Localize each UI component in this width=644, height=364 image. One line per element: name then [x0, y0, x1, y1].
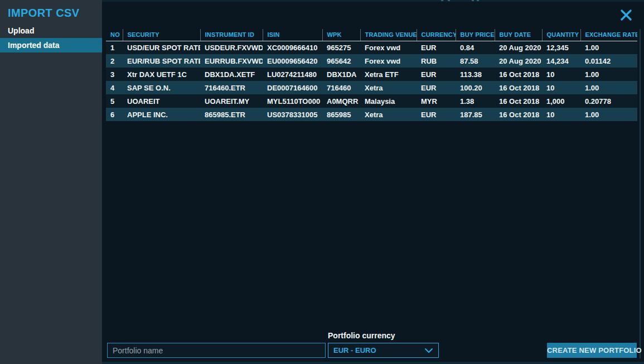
- table-scroll-track: [640, 29, 641, 358]
- sidebar-item-upload[interactable]: Upload: [0, 23, 102, 38]
- portfolio-name-input[interactable]: [107, 343, 326, 358]
- table-cell: Xtr DAX UETF 1C: [123, 68, 200, 81]
- table-cell: 1.00: [580, 41, 637, 54]
- close-icon: [619, 8, 633, 22]
- table-cell: RUB: [417, 54, 456, 68]
- table-cell: 1.00: [580, 81, 637, 94]
- table-cell: 16 Oct 2018: [495, 94, 542, 108]
- table-cell: 20 Aug 2020: [495, 41, 542, 54]
- column-header-exchange-rate: EXCHANGE RATE: [580, 29, 637, 41]
- table-cell: 187.85: [456, 108, 495, 121]
- table-cell: 87.58: [456, 54, 495, 68]
- table-row[interactable]: 2EUR/RUB SPOT RATEEURRUB.FXVWDEU00096564…: [106, 54, 637, 68]
- sidebar-item-label: Imported data: [8, 41, 60, 50]
- column-header-buy-price: BUY PRICE: [456, 29, 495, 41]
- table-cell: EUR: [417, 108, 456, 121]
- table-cell: MYL5110TO000: [263, 94, 322, 108]
- table-cell: 10: [542, 108, 580, 121]
- table-cell: 716460: [322, 81, 360, 94]
- create-new-portfolio-button[interactable]: CREATE NEW PORTFOLIO: [547, 343, 637, 358]
- table-cell: USD/EUR SPOT RATE: [123, 41, 200, 54]
- table-cell: DBX1DA.XETF: [200, 68, 263, 81]
- table-row[interactable]: 1USD/EUR SPOT RATEUSDEUR.FXVWDXC00096664…: [106, 41, 637, 54]
- table-cell: XC0009666410: [263, 41, 322, 54]
- table-cell: EUR: [417, 68, 456, 81]
- sidebar-item-label: Upload: [8, 26, 34, 35]
- column-header-wpk: WPK: [322, 29, 360, 41]
- chevron-down-icon: [424, 348, 433, 353]
- table-cell: 1: [106, 41, 123, 54]
- table-row[interactable]: 3Xtr DAX UETF 1CDBX1DA.XETFLU0274211480D…: [106, 68, 637, 81]
- table-cell: US0378331005: [263, 108, 322, 121]
- table-cell: UOAREIT: [123, 94, 200, 108]
- table-cell: 10: [542, 68, 580, 81]
- table-cell: EURRUB.FXVWD: [200, 54, 263, 68]
- table-cell: 865985: [322, 108, 360, 121]
- table-row[interactable]: 4SAP SE O.N.716460.ETRDE0007164600716460…: [106, 81, 637, 94]
- table-cell: Malaysia: [360, 94, 417, 108]
- table-cell: MYR: [417, 94, 456, 108]
- column-header-isin: ISIN: [263, 29, 322, 41]
- table-body: 1USD/EUR SPOT RATEUSDEUR.FXVWDXC00096664…: [106, 41, 637, 121]
- table-cell: 1.38: [456, 94, 495, 108]
- table-cell: LU0274211480: [263, 68, 322, 81]
- bottom-edge-strip: [102, 362, 644, 364]
- table-cell: 6: [106, 108, 123, 121]
- table-cell: 0.20778: [580, 94, 637, 108]
- table-cell: 0.84: [456, 41, 495, 54]
- table-cell: 1,000: [542, 94, 580, 108]
- table-cell: Xetra: [360, 81, 417, 94]
- column-header-trading-venue: TRADING VENUE: [360, 29, 417, 41]
- imported-data-table: NOSECURITYINSTRUMENT IDISINWPKTRADING VE…: [106, 29, 637, 121]
- table-cell: 100.20: [456, 81, 495, 94]
- table-cell: 1.00: [580, 68, 637, 81]
- column-header-buy-date: BUY DATE: [495, 29, 542, 41]
- table-cell: 965275: [322, 41, 360, 54]
- close-button[interactable]: [619, 8, 633, 22]
- table-cell: 16 Oct 2018: [495, 108, 542, 121]
- column-header-instrument-id: INSTRUMENT ID: [200, 29, 263, 41]
- table-cell: EUR/RUB SPOT RATE: [123, 54, 200, 68]
- table-row[interactable]: 6APPLE INC.865985.ETRUS0378331005865985X…: [106, 108, 637, 121]
- table-cell: Forex vwd: [360, 41, 417, 54]
- table-cell: 0.01142: [580, 54, 637, 68]
- table-cell: 16 Oct 2018: [495, 68, 542, 81]
- table-cell: APPLE INC.: [123, 108, 200, 121]
- portfolio-currency-label: Portfolio currency: [328, 331, 395, 340]
- dialog-content: NOSECURITYINSTRUMENT IDISINWPKTRADING VE…: [102, 0, 644, 364]
- column-header-security: SECURITY: [123, 29, 200, 41]
- table-cell: Forex vwd: [360, 54, 417, 68]
- portfolio-currency-select[interactable]: EUR - EURO: [328, 343, 439, 358]
- table-cell: Xetra: [360, 108, 417, 121]
- table-row[interactable]: 5UOAREITUOAREIT.MYMYL5110TO000A0MQRRMala…: [106, 94, 637, 108]
- sidebar-item-imported-data[interactable]: Imported data: [0, 38, 102, 52]
- table-cell: UOAREIT.MY: [200, 94, 263, 108]
- table-cell: Xetra ETF: [360, 68, 417, 81]
- table-cell: 14,234: [542, 54, 580, 68]
- table-cell: EUR: [417, 41, 456, 54]
- selected-currency-value: EUR - EURO: [333, 346, 376, 355]
- table-cell: 20 Aug 2020: [495, 54, 542, 68]
- table-cell: 865985.ETR: [200, 108, 263, 121]
- column-header-quantity: QUANTITY: [542, 29, 580, 41]
- top-edge-strip: [102, 0, 644, 2]
- table-header: NOSECURITYINSTRUMENT IDISINWPKTRADING VE…: [106, 29, 637, 41]
- column-header-no: NO: [106, 29, 123, 41]
- table-cell: 12,345: [542, 41, 580, 54]
- table-cell: 1.00: [580, 108, 637, 121]
- table-cell: SAP SE O.N.: [123, 81, 200, 94]
- table-cell: 16 Oct 2018: [495, 81, 542, 94]
- table-cell: 716460.ETR: [200, 81, 263, 94]
- table-cell: A0MQRR: [322, 94, 360, 108]
- table-cell: EU0009656420: [263, 54, 322, 68]
- table-cell: EUR: [417, 81, 456, 94]
- table-cell: DBX1DA: [322, 68, 360, 81]
- dialog-title: IMPORT CSV: [8, 7, 79, 20]
- table-cell: DE0007164600: [263, 81, 322, 94]
- table-cell: 3: [106, 68, 123, 81]
- table-cell: 10: [542, 81, 580, 94]
- table-cell: 2: [106, 54, 123, 68]
- sidebar: IMPORT CSV Upload Imported data: [0, 0, 102, 364]
- table-cell: 4: [106, 81, 123, 94]
- column-header-currency: CURRENCY: [417, 29, 456, 41]
